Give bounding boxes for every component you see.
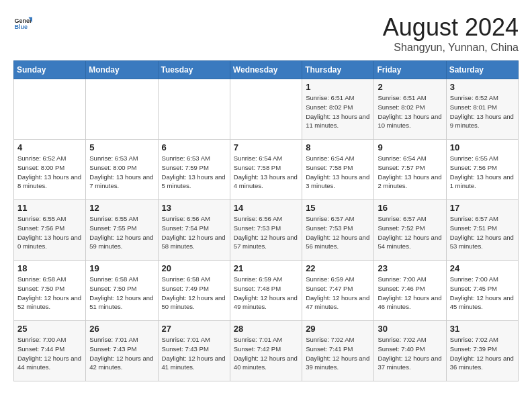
calendar-header-cell: Tuesday xyxy=(158,61,230,79)
day-number: 9 xyxy=(378,142,442,152)
calendar-cell: 10Sunrise: 6:55 AM Sunset: 7:56 PM Dayli… xyxy=(446,140,518,200)
day-content: Sunrise: 6:52 AM Sunset: 8:00 PM Dayligh… xyxy=(17,154,82,191)
day-number: 18 xyxy=(17,263,82,273)
calendar-cell: 7Sunrise: 6:54 AM Sunset: 7:58 PM Daylig… xyxy=(230,140,302,200)
day-number: 14 xyxy=(234,203,298,213)
calendar-cell: 16Sunrise: 6:57 AM Sunset: 7:52 PM Dayli… xyxy=(374,200,446,261)
calendar-cell: 31Sunrise: 7:02 AM Sunset: 7:39 PM Dayli… xyxy=(446,321,518,381)
day-number: 17 xyxy=(450,203,515,213)
day-content: Sunrise: 6:52 AM Sunset: 8:01 PM Dayligh… xyxy=(450,93,515,130)
calendar-week-row: 18Sunrise: 6:58 AM Sunset: 7:50 PM Dayli… xyxy=(14,261,519,321)
day-content: Sunrise: 6:57 AM Sunset: 7:53 PM Dayligh… xyxy=(306,214,370,251)
calendar-cell: 17Sunrise: 6:57 AM Sunset: 7:51 PM Dayli… xyxy=(446,200,518,261)
calendar-cell: 8Sunrise: 6:54 AM Sunset: 7:58 PM Daylig… xyxy=(302,140,374,200)
day-number: 30 xyxy=(378,324,442,334)
day-content: Sunrise: 7:02 AM Sunset: 7:40 PM Dayligh… xyxy=(378,335,442,372)
calendar-week-row: 1Sunrise: 6:51 AM Sunset: 8:02 PM Daylig… xyxy=(14,79,519,140)
day-content: Sunrise: 7:02 AM Sunset: 7:39 PM Dayligh… xyxy=(450,335,515,372)
day-content: Sunrise: 6:57 AM Sunset: 7:52 PM Dayligh… xyxy=(378,214,442,251)
day-number: 5 xyxy=(89,142,154,152)
calendar-week-row: 4Sunrise: 6:52 AM Sunset: 8:00 PM Daylig… xyxy=(14,140,519,200)
calendar-cell: 2Sunrise: 6:51 AM Sunset: 8:02 PM Daylig… xyxy=(374,79,446,140)
day-number: 16 xyxy=(378,203,442,213)
calendar-cell: 4Sunrise: 6:52 AM Sunset: 8:00 PM Daylig… xyxy=(14,140,86,200)
calendar-header-cell: Thursday xyxy=(302,61,374,79)
logo-icon: General Blue xyxy=(13,13,32,32)
day-number: 27 xyxy=(162,324,226,334)
day-content: Sunrise: 7:01 AM Sunset: 7:43 PM Dayligh… xyxy=(162,335,226,372)
day-number: 20 xyxy=(162,263,226,273)
day-content: Sunrise: 6:58 AM Sunset: 7:50 PM Dayligh… xyxy=(89,275,154,312)
day-content: Sunrise: 6:55 AM Sunset: 7:56 PM Dayligh… xyxy=(450,154,515,191)
calendar-header-cell: Saturday xyxy=(446,61,518,79)
calendar-table: SundayMondayTuesdayWednesdayThursdayFrid… xyxy=(13,60,519,381)
calendar-cell: 23Sunrise: 7:00 AM Sunset: 7:46 PM Dayli… xyxy=(374,261,446,321)
calendar-cell: 18Sunrise: 6:58 AM Sunset: 7:50 PM Dayli… xyxy=(14,261,86,321)
day-content: Sunrise: 7:01 AM Sunset: 7:42 PM Dayligh… xyxy=(234,335,298,372)
day-content: Sunrise: 7:00 AM Sunset: 7:45 PM Dayligh… xyxy=(450,275,515,312)
day-content: Sunrise: 6:55 AM Sunset: 7:55 PM Dayligh… xyxy=(89,214,154,251)
calendar-cell: 1Sunrise: 6:51 AM Sunset: 8:02 PM Daylig… xyxy=(302,79,374,140)
calendar-cell xyxy=(14,79,86,140)
day-content: Sunrise: 6:58 AM Sunset: 7:49 PM Dayligh… xyxy=(162,275,226,312)
calendar-header-cell: Friday xyxy=(374,61,446,79)
calendar-cell: 3Sunrise: 6:52 AM Sunset: 8:01 PM Daylig… xyxy=(446,79,518,140)
day-content: Sunrise: 6:51 AM Sunset: 8:02 PM Dayligh… xyxy=(378,93,442,130)
day-number: 12 xyxy=(89,203,154,213)
day-content: Sunrise: 6:51 AM Sunset: 8:02 PM Dayligh… xyxy=(306,93,370,130)
location-subtitle: Shangyun, Yunnan, China xyxy=(383,42,519,54)
calendar-cell xyxy=(158,79,230,140)
day-content: Sunrise: 7:02 AM Sunset: 7:41 PM Dayligh… xyxy=(306,335,370,372)
day-content: Sunrise: 7:01 AM Sunset: 7:43 PM Dayligh… xyxy=(89,335,154,372)
calendar-cell: 21Sunrise: 6:59 AM Sunset: 7:48 PM Dayli… xyxy=(230,261,302,321)
month-year-title: August 2024 xyxy=(383,13,519,42)
day-number: 1 xyxy=(306,82,370,92)
day-content: Sunrise: 7:00 AM Sunset: 7:44 PM Dayligh… xyxy=(17,335,82,372)
calendar-cell: 9Sunrise: 6:54 AM Sunset: 7:57 PM Daylig… xyxy=(374,140,446,200)
day-number: 10 xyxy=(450,142,515,152)
day-number: 23 xyxy=(378,263,442,273)
calendar-cell: 20Sunrise: 6:58 AM Sunset: 7:49 PM Dayli… xyxy=(158,261,230,321)
day-number: 22 xyxy=(306,263,370,273)
day-number: 4 xyxy=(17,142,82,152)
day-number: 2 xyxy=(378,82,442,92)
day-content: Sunrise: 6:59 AM Sunset: 7:47 PM Dayligh… xyxy=(306,275,370,312)
calendar-cell: 6Sunrise: 6:53 AM Sunset: 7:59 PM Daylig… xyxy=(158,140,230,200)
day-number: 28 xyxy=(234,324,298,334)
day-content: Sunrise: 6:56 AM Sunset: 7:53 PM Dayligh… xyxy=(234,214,298,251)
day-content: Sunrise: 7:00 AM Sunset: 7:46 PM Dayligh… xyxy=(378,275,442,312)
calendar-cell: 29Sunrise: 7:02 AM Sunset: 7:41 PM Dayli… xyxy=(302,321,374,381)
day-number: 19 xyxy=(89,263,154,273)
day-number: 24 xyxy=(450,263,515,273)
day-content: Sunrise: 6:54 AM Sunset: 7:58 PM Dayligh… xyxy=(306,154,370,191)
calendar-cell: 26Sunrise: 7:01 AM Sunset: 7:43 PM Dayli… xyxy=(86,321,158,381)
day-number: 31 xyxy=(450,324,515,334)
calendar-cell: 19Sunrise: 6:58 AM Sunset: 7:50 PM Dayli… xyxy=(86,261,158,321)
calendar-cell: 25Sunrise: 7:00 AM Sunset: 7:44 PM Dayli… xyxy=(14,321,86,381)
title-area: August 2024 Shangyun, Yunnan, China xyxy=(383,13,519,54)
calendar-cell xyxy=(230,79,302,140)
calendar-body: 1Sunrise: 6:51 AM Sunset: 8:02 PM Daylig… xyxy=(14,79,519,381)
calendar-cell: 11Sunrise: 6:55 AM Sunset: 7:56 PM Dayli… xyxy=(14,200,86,261)
calendar-cell: 24Sunrise: 7:00 AM Sunset: 7:45 PM Dayli… xyxy=(446,261,518,321)
calendar-cell: 14Sunrise: 6:56 AM Sunset: 7:53 PM Dayli… xyxy=(230,200,302,261)
day-content: Sunrise: 6:54 AM Sunset: 7:58 PM Dayligh… xyxy=(234,154,298,191)
calendar-cell xyxy=(86,79,158,140)
calendar-week-row: 25Sunrise: 7:00 AM Sunset: 7:44 PM Dayli… xyxy=(14,321,519,381)
calendar-cell: 22Sunrise: 6:59 AM Sunset: 7:47 PM Dayli… xyxy=(302,261,374,321)
calendar-cell: 5Sunrise: 6:53 AM Sunset: 8:00 PM Daylig… xyxy=(86,140,158,200)
calendar-header-row: SundayMondayTuesdayWednesdayThursdayFrid… xyxy=(14,61,519,79)
day-number: 21 xyxy=(234,263,298,273)
day-number: 11 xyxy=(17,203,82,213)
calendar-cell: 13Sunrise: 6:56 AM Sunset: 7:54 PM Dayli… xyxy=(158,200,230,261)
svg-text:Blue: Blue xyxy=(14,24,28,30)
day-number: 8 xyxy=(306,142,370,152)
day-number: 13 xyxy=(162,203,226,213)
day-content: Sunrise: 6:55 AM Sunset: 7:56 PM Dayligh… xyxy=(17,214,82,251)
day-content: Sunrise: 6:53 AM Sunset: 7:59 PM Dayligh… xyxy=(162,154,226,191)
day-content: Sunrise: 6:58 AM Sunset: 7:50 PM Dayligh… xyxy=(17,275,82,312)
day-number: 26 xyxy=(89,324,154,334)
day-content: Sunrise: 6:54 AM Sunset: 7:57 PM Dayligh… xyxy=(378,154,442,191)
day-content: Sunrise: 6:53 AM Sunset: 8:00 PM Dayligh… xyxy=(89,154,154,191)
day-content: Sunrise: 6:57 AM Sunset: 7:51 PM Dayligh… xyxy=(450,214,515,251)
